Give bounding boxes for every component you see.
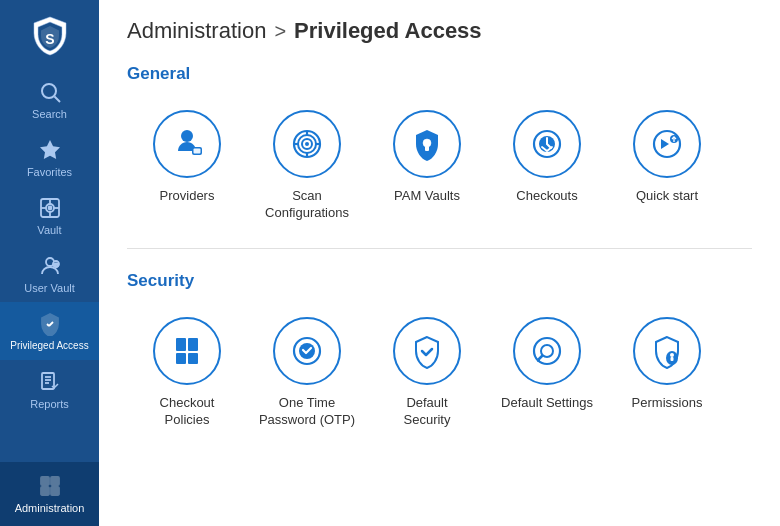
svg-point-50 <box>537 359 540 362</box>
sidebar-item-reports[interactable]: Reports <box>0 360 99 418</box>
checkout-policies-item[interactable]: Checkout Policies <box>127 307 247 439</box>
sidebar-item-privileged-access[interactable]: Privileged Access <box>0 302 99 360</box>
svg-rect-43 <box>188 338 198 351</box>
svg-rect-53 <box>671 357 674 361</box>
svg-marker-3 <box>40 140 60 159</box>
svg-rect-23 <box>51 487 59 495</box>
providers-item[interactable]: Providers <box>127 100 247 232</box>
quick-start-item[interactable]: Quick start <box>607 100 727 232</box>
checkouts-item[interactable]: Checkouts <box>487 100 607 232</box>
sidebar-item-administration[interactable]: Administration <box>0 462 99 526</box>
pam-vaults-item[interactable]: PAM Vaults <box>367 100 487 232</box>
general-icon-grid: Providers Scan Configurati <box>127 100 752 232</box>
default-settings-item[interactable]: Default Settings <box>487 307 607 439</box>
sidebar-logo: S <box>0 0 99 70</box>
svg-point-52 <box>670 353 674 357</box>
main-content: Administration > Privileged Access Gener… <box>99 0 780 526</box>
providers-icon <box>153 110 221 178</box>
pam-vaults-icon <box>393 110 461 178</box>
svg-rect-44 <box>176 353 186 364</box>
otp-icon <box>273 317 341 385</box>
default-security-item[interactable]: Default Security <box>367 307 487 439</box>
permissions-item[interactable]: Permissions <box>607 307 727 439</box>
svg-rect-42 <box>176 338 186 351</box>
sidebar-item-favorites[interactable]: Favorites <box>0 128 99 186</box>
svg-rect-26 <box>194 149 201 154</box>
security-title: Security <box>127 271 752 291</box>
svg-point-6 <box>48 207 51 210</box>
svg-line-2 <box>54 97 60 103</box>
sidebar-item-user-vault[interactable]: ⚙ User Vault <box>0 244 99 302</box>
svg-text:S: S <box>45 31 54 47</box>
svg-point-1 <box>42 84 56 98</box>
security-section: Security Checkout Policies <box>99 261 780 449</box>
svg-rect-20 <box>41 477 49 485</box>
checkouts-icon <box>513 110 581 178</box>
security-icon-grid: Checkout Policies One Time Password (OTP… <box>127 307 752 439</box>
sidebar: S Search Favorites Vault <box>0 0 99 526</box>
svg-rect-21 <box>51 477 59 485</box>
general-section: General Providers <box>99 54 780 242</box>
otp-item[interactable]: One Time Password (OTP) <box>247 307 367 439</box>
default-security-icon <box>393 317 461 385</box>
sidebar-item-search[interactable]: Search <box>0 70 99 128</box>
checkout-policies-icon <box>153 317 221 385</box>
default-settings-icon <box>513 317 581 385</box>
svg-point-35 <box>423 139 431 147</box>
svg-rect-45 <box>188 353 198 364</box>
quick-start-icon <box>633 110 701 178</box>
section-divider <box>127 248 752 249</box>
svg-rect-36 <box>425 146 429 151</box>
scan-configurations-icon <box>273 110 341 178</box>
general-title: General <box>127 64 752 84</box>
svg-rect-22 <box>41 487 49 495</box>
svg-point-24 <box>181 130 193 142</box>
breadcrumb: Administration > Privileged Access <box>99 0 780 54</box>
scan-configurations-item[interactable]: Scan Configurations <box>247 100 367 232</box>
sidebar-item-vault[interactable]: Vault <box>0 186 99 244</box>
permissions-icon <box>633 317 701 385</box>
svg-point-30 <box>305 142 309 146</box>
